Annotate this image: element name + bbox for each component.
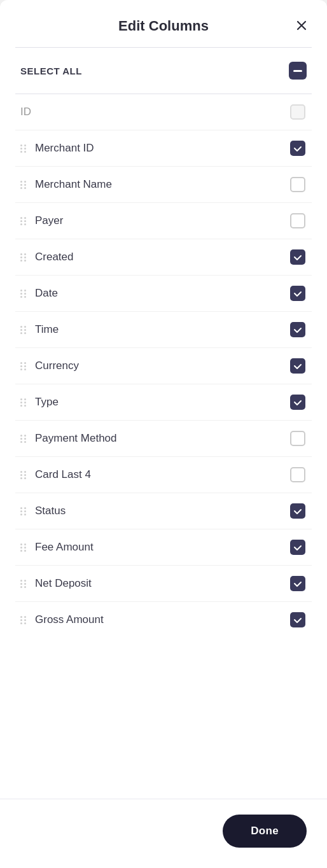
column-item-net-deposit: Net Deposit xyxy=(15,566,312,602)
checkbox-currency[interactable] xyxy=(289,357,307,375)
drag-handle-created[interactable] xyxy=(20,253,26,262)
column-label-gross-amount: Gross Amount xyxy=(35,613,104,626)
column-item-gross-amount: Gross Amount xyxy=(15,602,312,638)
column-label-fee-amount: Fee Amount xyxy=(35,541,94,554)
column-item-id: ID xyxy=(15,94,312,130)
checkbox-net-deposit[interactable] xyxy=(289,575,307,592)
drag-handle-merchant-name[interactable] xyxy=(20,181,26,189)
column-item-fee-amount: Fee Amount xyxy=(15,529,312,566)
column-label-created: Created xyxy=(35,251,73,263)
checkbox-merchant-id[interactable] xyxy=(289,139,307,157)
drag-handle-payment-method[interactable] xyxy=(20,435,26,443)
checkbox-merchant-name[interactable] xyxy=(289,176,307,193)
column-label-date: Date xyxy=(35,287,58,300)
column-item-merchant-id: Merchant ID xyxy=(15,130,312,167)
columns-list: ID Merchant ID xyxy=(0,94,327,799)
edit-columns-modal: Edit Columns SELECT ALL ID xyxy=(0,0,327,868)
drag-handle-net-deposit[interactable] xyxy=(20,580,26,588)
column-label-merchant-name: Merchant Name xyxy=(35,178,112,191)
select-all-label: SELECT ALL xyxy=(20,66,82,76)
indeterminate-bar xyxy=(293,70,302,72)
drag-handle-currency[interactable] xyxy=(20,362,26,370)
close-button[interactable] xyxy=(291,15,312,36)
checkbox-fee-amount[interactable] xyxy=(289,538,307,556)
drag-handle-status[interactable] xyxy=(20,507,26,515)
modal-header: Edit Columns xyxy=(0,0,327,47)
checkbox-date[interactable] xyxy=(289,284,307,302)
column-label-id: ID xyxy=(20,106,31,118)
drag-handle-payer[interactable] xyxy=(20,217,26,225)
column-item-card-last-4: Card Last 4 xyxy=(15,457,312,493)
checkbox-card-last-4[interactable] xyxy=(289,466,307,484)
column-item-merchant-name: Merchant Name xyxy=(15,167,312,203)
drag-handle-fee-amount[interactable] xyxy=(20,543,26,552)
column-label-payment-method: Payment Method xyxy=(35,432,117,445)
column-item-time: Time xyxy=(15,312,312,348)
column-label-status: Status xyxy=(35,505,66,517)
column-item-currency: Currency xyxy=(15,348,312,384)
checkbox-type[interactable] xyxy=(289,393,307,411)
column-label-time: Time xyxy=(35,323,59,336)
checkbox-time[interactable] xyxy=(289,321,307,339)
select-all-checkbox[interactable] xyxy=(289,62,307,80)
column-label-currency: Currency xyxy=(35,360,79,372)
column-label-merchant-id: Merchant ID xyxy=(35,142,94,155)
select-all-row[interactable]: SELECT ALL xyxy=(0,48,327,94)
checkbox-status[interactable] xyxy=(289,502,307,520)
column-item-payment-method: Payment Method xyxy=(15,421,312,457)
column-item-type: Type xyxy=(15,384,312,421)
column-label-payer: Payer xyxy=(35,214,63,227)
checkbox-gross-amount[interactable] xyxy=(289,611,307,629)
column-item-payer: Payer xyxy=(15,203,312,239)
column-label-type: Type xyxy=(35,396,59,409)
checkbox-id[interactable] xyxy=(289,103,307,121)
column-label-net-deposit: Net Deposit xyxy=(35,577,92,590)
checkbox-payment-method[interactable] xyxy=(289,430,307,447)
modal-footer: Done xyxy=(0,799,327,868)
column-item-created: Created xyxy=(15,239,312,276)
drag-handle-merchant-id[interactable] xyxy=(20,144,26,153)
drag-handle-date[interactable] xyxy=(20,290,26,298)
drag-handle-gross-amount[interactable] xyxy=(20,616,26,624)
column-item-status: Status xyxy=(15,493,312,529)
drag-handle-card-last-4[interactable] xyxy=(20,471,26,479)
checkbox-created[interactable] xyxy=(289,248,307,266)
modal-title: Edit Columns xyxy=(118,18,209,34)
drag-handle-type[interactable] xyxy=(20,398,26,407)
checkbox-disabled-id xyxy=(290,104,305,120)
done-button[interactable]: Done xyxy=(223,815,307,848)
drag-handle-time[interactable] xyxy=(20,326,26,334)
checkbox-payer[interactable] xyxy=(289,212,307,230)
column-label-card-last-4: Card Last 4 xyxy=(35,468,91,481)
column-item-date: Date xyxy=(15,276,312,312)
